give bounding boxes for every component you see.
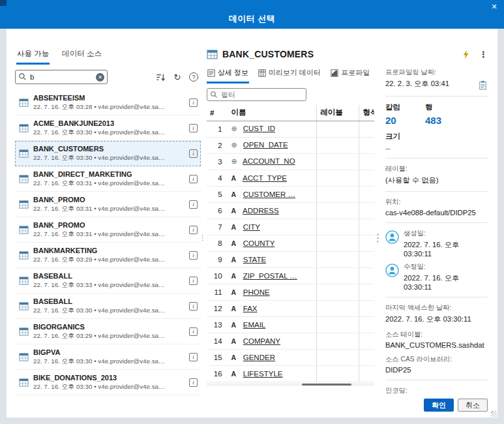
ok-button[interactable]: 확인 [424,399,454,412]
close-icon[interactable]: ✕ [488,1,501,12]
table-row[interactable]: 6 A ADDRESS [207,202,374,219]
table-row[interactable]: 7 A CITY [207,219,374,235]
info-icon[interactable]: i [189,200,198,209]
column-name-link[interactable]: COMPANY [243,337,280,345]
table-row[interactable]: 1 ⊕ CUST_ID [207,121,374,137]
column-label [317,153,359,170]
info-icon[interactable]: i [189,226,198,234]
created-row: 생성일: 2022. 7. 16. 오후 03:30:11 [385,229,488,258]
dataset-text: BANK_PROMO 22. 7. 16. 오후 03:31 • v4e.pro… [33,221,185,239]
dataset-name: BIGPVA [33,348,185,356]
table-row[interactable]: 14 A COMPANY [207,333,374,349]
splitter-handle-icon: ⋮ [373,232,383,244]
info-icon[interactable]: i [189,98,198,107]
list-item[interactable]: BANK_DIRECT_MARKETING 22. 7. 16. 오후 03:3… [15,166,201,192]
detail-actions: ⋮ [462,50,489,59]
column-name-link[interactable]: OPEN_DATE [243,141,288,149]
info-icon[interactable]: i [189,251,198,260]
columns-metric-label: 칼럼 [385,102,400,112]
dataset-text: BANK_CUSTOMERS 22. 7. 16. 오후 03:30 • v4e… [33,145,185,162]
list-item[interactable]: BIGORGANICS 22. 7. 16. 오후 03:29 • v4e.pr… [15,319,201,344]
search-input[interactable] [15,70,108,84]
info-icon[interactable]: i [189,327,198,336]
table-row[interactable]: 11 A PHONE [207,284,374,300]
tab-profile[interactable]: 프로파일 [330,67,370,83]
list-item[interactable]: BIKE_DONATIONS_2013 22. 7. 16. 오후 03:30 … [15,370,201,395]
refresh-icon[interactable]: ↻ [172,72,183,82]
table-icon [19,301,29,311]
column-name-link[interactable]: STATE [243,256,266,264]
search-icon [18,72,27,81]
columns-tbody: 1 ⊕ CUST_ID 2 ⊕ OPEN_DATE 3 ⊕ ACCOUNT_NO… [207,121,374,382]
list-item[interactable]: BANKMARKETING 22. 7. 16. 오후 03:29 • v4e.… [15,243,201,268]
tab-available[interactable]: 사용 가능 [16,47,50,65]
tab-data-sources[interactable]: 데이터 소스 [61,47,102,65]
column-name-link[interactable]: GENDER [243,354,275,361]
info-icon[interactable]: i [189,175,198,183]
table-row[interactable]: 16 A LIFESTYLE [207,365,374,382]
table-row[interactable]: 9 A STATE [207,251,374,267]
dataset-name: BANK_DIRECT_MARKETING [33,170,185,178]
info-icon[interactable]: i [189,149,198,158]
sort-icon[interactable] [155,72,166,82]
column-name-link[interactable]: EMAIL [243,321,266,329]
column-name-link[interactable]: COUNTY [243,239,275,247]
dataset-name: BANK_PROMO [33,196,185,204]
scrollbar-thumb[interactable] [302,384,351,386]
info-icon[interactable]: i [189,124,198,132]
info-icon[interactable]: i [189,353,198,361]
resize-grip[interactable] [491,411,497,417]
column-name-link[interactable]: CUSTOMER … [243,190,295,198]
list-item[interactable]: BASEBALL 22. 7. 16. 오후 03:33 • v4e.provi… [15,268,201,294]
column-name-link[interactable]: ACCOUNT_NO [243,157,295,165]
table-row[interactable]: 12 A FAX [207,300,374,316]
tab-preview[interactable]: 미리보기 데이터 [258,67,321,83]
list-item[interactable]: BANK_PROMO 22. 7. 16. 오후 03:31 • v4e.pro… [15,192,201,217]
column-format [359,365,374,382]
info-panel: 프로파일링 날짜: 22. 2. 3. 오후 03:41 [381,67,489,408]
clear-search-icon[interactable]: ✕ [96,73,104,82]
kebab-menu-icon[interactable]: ⋮ [479,50,488,59]
table-row[interactable]: 5 A CUSTOMER … [207,186,374,202]
table-row[interactable]: 8 A COUNTY [207,235,374,251]
table-row[interactable]: 15 A GENDER [207,349,374,365]
table-row[interactable]: 13 A EMAIL [207,316,374,333]
table-row[interactable]: 3 ⊕ ACCOUNT_NO [207,153,374,170]
column-name-link[interactable]: PHONE [243,288,270,296]
table-row[interactable]: 4 A ACCT_TYPE [207,170,374,186]
list-item[interactable]: BANK_CUSTOMERS 22. 7. 16. 오후 03:30 • v4e… [15,141,201,166]
dataset-name: BASEBALL [33,272,185,280]
column-label [317,137,359,153]
table-row[interactable]: 2 ⊕ OPEN_DATE [207,137,374,153]
divider [385,96,488,97]
profile-report-icon[interactable] [478,80,488,90]
horizontal-scrollbar[interactable] [207,383,374,386]
column-name-link[interactable]: LIFESTYLE [243,370,283,378]
column-name-link[interactable]: CUST_ID [243,125,275,132]
cancel-button[interactable]: 취소 [458,399,488,412]
list-item[interactable]: BIGPVA 22. 7. 16. 오후 03:30 • v4e.provide… [15,344,201,370]
rows-metric: 행 483 [425,102,441,126]
list-item[interactable]: ACME_BANKJUNE2013 22. 7. 16. 오후 03:30 • … [15,115,201,141]
info-icon[interactable]: i [189,378,198,387]
detail-content: 상세 정보 미리보기 데이터 프로파일 [207,67,489,408]
column-name-link[interactable]: ADDRESS [243,207,279,215]
column-name-link[interactable]: ACCT_TYPE [243,174,287,182]
list-item[interactable]: BANK_PROMO 22. 7. 16. 오후 03:31 • v4e.pro… [15,217,201,243]
info-icon[interactable]: i [189,277,198,285]
column-name-link[interactable]: FAX [243,305,258,312]
help-icon[interactable]: ? [189,72,198,82]
left-splitter[interactable]: ⋮ [200,81,205,394]
columns-metric: 칼럼 20 [385,102,400,126]
column-type-icon: A [231,370,241,378]
panel-splitter[interactable]: ⋮ [374,67,381,408]
list-item[interactable]: ABSENTEEISM 22. 7. 16. 오후 03:28 • v4e.pr… [15,90,201,115]
column-name-link[interactable]: ZIP_POSTAL … [243,272,297,280]
tab-details[interactable]: 상세 정보 [207,67,249,83]
info-icon[interactable]: i [189,302,198,310]
filter-input[interactable] [207,88,306,101]
lightning-icon[interactable] [462,50,470,59]
column-name-link[interactable]: CITY [243,223,260,231]
table-row[interactable]: 10 A ZIP_POSTAL … [207,267,374,284]
list-item[interactable]: BASEBALL 22. 7. 16. 오후 03:30 • v4e.provi… [15,294,201,319]
